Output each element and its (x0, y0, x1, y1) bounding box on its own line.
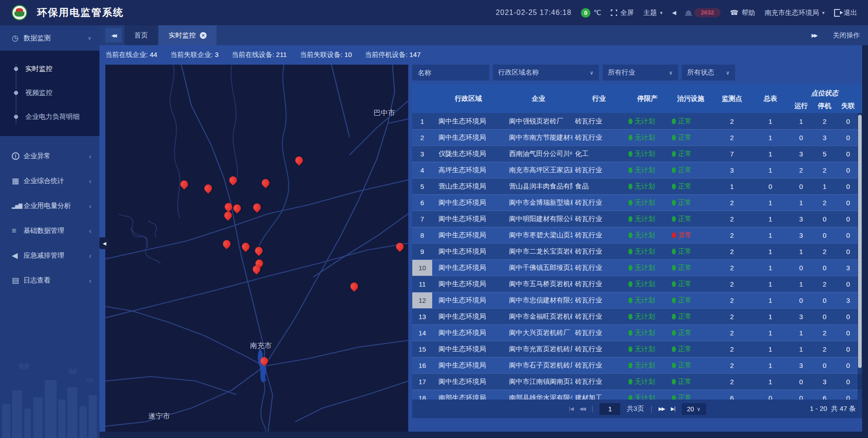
notification-area[interactable]: 2632 (686, 8, 721, 17)
fullscreen-button[interactable]: 全屏 (611, 9, 634, 17)
industry-cell: 砖瓦行业 (572, 195, 626, 211)
table-row[interactable]: 10阆中生态环境局阆中千佛镇五郎垭页岩砖瓦行业无计划正常21003 (412, 259, 862, 276)
map-collapse-button[interactable]: ◀ (99, 237, 109, 249)
sidebar-item-5[interactable]: ◀应急减排管理‹ (0, 243, 99, 268)
double-chevron-left-icon: ◀◀ (111, 33, 115, 38)
sidebar-subitem-0-0[interactable]: 实时监控 (0, 57, 99, 81)
halt-count-cell: 0 (813, 211, 836, 227)
temperature-indicator: 0 ℃ (581, 8, 601, 18)
help-button[interactable]: ☎ 帮助 (730, 9, 755, 17)
stat-item: 当前停机设备:147 (365, 51, 420, 59)
prev-page-button[interactable]: ◀◀ (579, 406, 585, 412)
tab-home[interactable]: 首页 (124, 25, 158, 45)
halt-count-cell: 6 (813, 390, 836, 400)
row-index-cell: 4 (412, 162, 432, 178)
table-row[interactable]: 8阆中生态环境局阆中市枣碧大梁山页岩砖瓦行业无计划异常21300 (412, 227, 862, 243)
row-index-cell: 1 (412, 113, 432, 129)
table-row[interactable]: 5营山生态环境局营山县润丰肉食品有限食品无计划正常10010 (412, 178, 862, 194)
first-page-button[interactable]: ∣◀ (568, 406, 573, 412)
row-index-cell: 8 (412, 227, 432, 243)
table-scrollbar[interactable] (858, 113, 862, 400)
col-header-stop: 停限产 (626, 84, 669, 113)
halt-count-cell: 0 (813, 292, 836, 308)
sidebar-item-4[interactable]: ≡基础数据管理‹ (0, 218, 99, 243)
table-row[interactable]: 7阆中生态环境局阆中明阳建材有限公司砖瓦行业无计划正常21300 (412, 211, 862, 227)
table-row[interactable]: 4高坪生态环境局南充市高坪区王家店建砖瓦行业无计划正常31220 (412, 162, 862, 178)
sidebar-item-3[interactable]: ▂▅▇企业用电量分析‹ (0, 193, 99, 218)
run-count-cell: 2 (789, 162, 813, 178)
status-dot-icon (672, 184, 676, 189)
table-row[interactable]: 13阆中生态环境局阆中市金福旺页岩机砖砖瓦行业无计划正常21300 (412, 308, 862, 325)
halt-count-cell: 2 (813, 341, 836, 357)
stat-item: 当前在线设备:211 (231, 51, 287, 59)
run-count-cell: 1 (789, 244, 813, 259)
table-row[interactable]: 11阆中生态环境局阆中市五马桥页岩机砖砖瓦行业无计划正常21120 (412, 276, 862, 292)
tabs-scroll-right-button[interactable]: ▶▶ (811, 33, 816, 38)
table-row[interactable]: 2阆中生态环境局阆中市南方节能建材有砖瓦行业无计划正常21030 (412, 129, 862, 146)
industry-select[interactable]: 所有行业 ∨ (603, 65, 678, 80)
theme-dropdown[interactable]: 主题 ▾ (643, 9, 663, 17)
page-number-input[interactable]: 1 (599, 403, 620, 415)
close-tab-icon[interactable]: × (200, 32, 207, 39)
region-cell: 阆中生态环境局 (432, 325, 505, 341)
stop-status-cell: 无计划 (626, 309, 669, 325)
run-count-cell: 3 (789, 309, 813, 325)
name-search-input[interactable] (412, 65, 489, 80)
map-panel[interactable]: 巴中市南充市遂宁市 (105, 65, 408, 432)
table-row[interactable]: 15阆中生态环境局阆中市光富页岩机砖厂砖瓦行业无计划正常21120 (412, 341, 862, 357)
org-dropdown[interactable]: 南充市生态环境局 ▾ (764, 9, 825, 17)
region-cell: 阆中生态环境局 (432, 341, 505, 357)
industry-cell: 砖瓦行业 (572, 276, 626, 292)
region-select[interactable]: 行政区域名称 ∨ (493, 65, 599, 80)
monitor-count-cell: 2 (712, 113, 751, 129)
table-row[interactable]: 14阆中生态环境局阆中大兴页岩机砖厂砖瓦行业无计划正常21120 (412, 325, 862, 341)
sidebar-subitem-0-2[interactable]: 企业电力负荷明细 (0, 105, 99, 129)
table-row[interactable]: 3仪陇生态环境局西南油气田分公司川中化工无计划正常71350 (412, 146, 862, 162)
status-dot-icon (672, 232, 676, 238)
next-page-button[interactable]: ▶▶ (659, 406, 665, 412)
industry-cell: 砖瓦行业 (572, 358, 626, 373)
company-cell: 阆中市金福旺页岩机砖 (505, 309, 572, 325)
bullet-icon (14, 67, 18, 71)
stat-item: 当前在线企业:44 (105, 51, 157, 59)
table-row[interactable]: 12阆中生态环境局阆中市忠信建材有限公砖瓦行业无计划正常21003 (412, 292, 862, 308)
company-cell: 南充市高坪区王家店建 (505, 162, 572, 178)
stat-item: 当前失联企业:3 (170, 51, 219, 59)
sidebar-item-6[interactable]: ▤日志查看‹ (0, 268, 99, 293)
logout-button[interactable]: 退出 (834, 9, 857, 17)
table-row[interactable]: 6阆中生态环境局阆中市金博瑞新型墙材砖瓦行业无计划正常21120 (412, 194, 862, 211)
sidebar-item-0[interactable]: ◷数据监测∨ (0, 25, 99, 51)
scrollbar-thumb[interactable] (858, 115, 862, 368)
stop-status-cell: 无计划 (626, 358, 669, 373)
sidebar-item-label: 日志查看 (24, 276, 51, 285)
sidebar-item-1[interactable]: !企业异常‹ (0, 143, 99, 169)
close-operations-button[interactable]: 关闭操作 (833, 31, 860, 40)
industry-cell: 砖瓦行业 (572, 130, 626, 146)
sidebar-subitem-0-1[interactable]: 视频监控 (0, 81, 99, 105)
industry-cell: 砖瓦行业 (572, 341, 626, 357)
facility-status-cell: 正常 (669, 179, 712, 194)
region-cell: 阆中生态环境局 (432, 276, 505, 292)
table-row[interactable]: 18南部生态环境局南部县雄华水泥有限公建材加工无计划正常60060 (412, 390, 862, 400)
tab-realtime-monitor[interactable]: 实时监控 × (159, 25, 217, 45)
halt-count-cell: 2 (813, 113, 836, 129)
status-dot-icon (672, 281, 676, 287)
region-cell: 阆中生态环境局 (432, 211, 505, 227)
lost-count-cell: 0 (836, 374, 860, 390)
run-count-cell: 3 (789, 146, 813, 162)
table-row[interactable]: 9阆中生态环境局阆中市二龙长宝页岩砖砖瓦行业无计划正常21120 (412, 243, 862, 259)
status-select[interactable]: 所有状态 ∨ (682, 65, 735, 80)
region-cell: 仪陇生态环境局 (432, 146, 505, 162)
table-row[interactable]: 17阆中生态环境局阆中市江南镇阆南页岩砖瓦行业无计划正常21030 (412, 373, 862, 390)
last-page-button[interactable]: ▶∣ (671, 406, 675, 412)
sidebar-item-2[interactable]: ▦企业综合统计‹ (0, 169, 99, 193)
facility-status-cell: 正常 (669, 358, 712, 373)
sidebar-item-label: 数据监测 (24, 34, 51, 42)
tabs-scroll-left-button[interactable]: ◀◀ (105, 28, 122, 42)
page-size-select[interactable]: 20 ∨ (682, 403, 706, 415)
table-row[interactable]: 1阆中生态环境局阆中强锐页岩砖厂砖瓦行业无计划正常21120 (412, 113, 862, 129)
table-row[interactable]: 16阆中生态环境局阆中市石子页岩机砖厂砖瓦行业无计划正常21300 (412, 357, 862, 373)
status-dot-icon (628, 249, 632, 254)
status-dot-icon (628, 200, 632, 206)
mute-button[interactable]: ◀ (672, 9, 676, 16)
